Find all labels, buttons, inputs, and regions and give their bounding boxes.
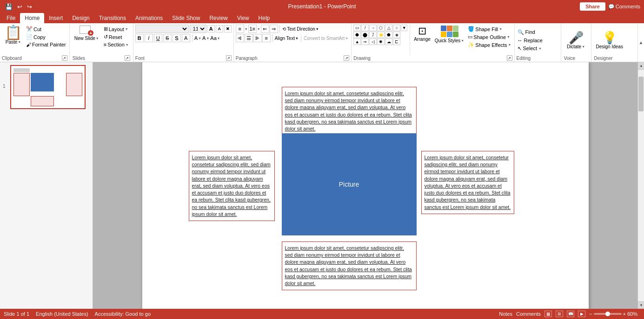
tab-review[interactable]: Review <box>205 13 232 23</box>
section-button[interactable]: ≡ Section ▼ <box>102 41 130 48</box>
font-expand-button[interactable]: ↗ <box>226 55 232 61</box>
shape-effects-button[interactable]: ✨ Shape Effects ▼ <box>467 41 512 48</box>
view-slide-sorter-button[interactable]: ⊞ <box>556 311 563 317</box>
format-painter-button[interactable]: 🖌 Format Painter <box>25 41 67 48</box>
shape-s1[interactable]: ⬢ <box>353 32 361 38</box>
view-normal-button[interactable]: ▦ <box>544 311 552 317</box>
tab-home[interactable]: Home <box>20 13 44 23</box>
tab-view[interactable]: View <box>232 13 254 23</box>
tab-help[interactable]: Help <box>254 13 275 23</box>
text-direction-button[interactable]: ⟲ Text Direction ▼ <box>281 26 320 32</box>
replace-button[interactable]: ↔ Replace <box>517 37 559 44</box>
paragraph-expand-button[interactable]: ↗ <box>344 55 349 61</box>
tab-design[interactable]: Design <box>67 13 94 23</box>
layout-button[interactable]: ⊞ Layout ▼ <box>102 26 130 33</box>
scroll-up-button[interactable]: ▲ <box>638 62 644 70</box>
numbered-list-button[interactable]: 1≡ <box>248 25 257 33</box>
underline-button[interactable]: U <box>154 34 162 42</box>
shape-s6[interactable]: ◈ <box>393 32 400 38</box>
design-ideas-button[interactable]: 💡 Design Ideas <box>594 30 625 51</box>
shape-t4[interactable]: ✱ <box>377 39 385 45</box>
strikethrough-button[interactable]: S <box>163 34 172 42</box>
tab-file[interactable]: File <box>2 13 20 23</box>
text-box-left[interactable]: Lorem ipsum dolor sit amet, consetetur s… <box>189 151 275 221</box>
redo-icon[interactable]: ↪ <box>26 2 33 11</box>
arrange-button[interactable]: ⊡ Arrange <box>412 25 432 43</box>
tab-animations[interactable]: Animations <box>131 13 167 23</box>
dictate-button[interactable]: 🎤 Dictate ▼ <box>565 30 587 51</box>
undo-icon[interactable]: ↩ <box>16 2 24 11</box>
paste-dropdown-arrow[interactable]: ▼ <box>18 40 21 44</box>
shape-line[interactable]: / <box>361 25 369 31</box>
zoom-out-button[interactable]: − <box>589 311 592 317</box>
zoom-slider[interactable] <box>594 313 622 315</box>
shape-s4[interactable]: ⭐ <box>377 32 385 38</box>
shape-more3[interactable]: ○ <box>393 25 400 31</box>
picture-box[interactable]: Picture <box>282 133 417 235</box>
increase-indent-button[interactable]: ⇒ <box>270 25 278 33</box>
tab-slideshow[interactable]: Slide Show <box>167 13 205 23</box>
shape-s3[interactable]: ⤴ <box>369 32 377 38</box>
shape-rect[interactable]: ▭ <box>353 25 361 31</box>
text-box-top[interactable]: Lorem ipsum dolor sit amet, consetetur s… <box>282 87 417 136</box>
slide-thumbnail[interactable] <box>10 65 86 109</box>
font-color-button[interactable]: A▼ <box>194 35 201 41</box>
new-slide-button[interactable]: + New Slide ▼ <box>73 25 101 42</box>
quick-styles-button[interactable]: Quick Styles ▼ <box>433 25 466 44</box>
align-center-button[interactable]: ☰ <box>245 34 253 42</box>
clear-format-button[interactable]: ✖ <box>224 25 232 33</box>
font-case-button[interactable]: Aa▼ <box>210 35 220 41</box>
view-reading-button[interactable]: 📖 <box>567 311 574 317</box>
highlight-color-button[interactable]: A▼ <box>202 35 209 41</box>
ribbon-scroll-right[interactable]: ▲ <box>637 23 644 62</box>
shape-more2[interactable]: △ <box>385 25 392 31</box>
copy-button[interactable]: 📄 Copy <box>25 33 67 40</box>
reset-button[interactable]: ↺ Reset <box>102 33 130 40</box>
select-button[interactable]: ↖ Select ▼ <box>517 45 559 52</box>
shape-t5[interactable]: ☁ <box>385 39 392 45</box>
shape-t3[interactable]: ◁ <box>369 39 377 45</box>
align-text-button[interactable]: Align Text ▼ <box>274 35 299 41</box>
convert-smartart-button[interactable]: Convert to SmartArt ▼ <box>303 35 349 41</box>
align-right-button[interactable]: ⫸ <box>253 34 262 42</box>
shape-t1[interactable]: ▲ <box>353 39 361 45</box>
zoom-level[interactable]: 60% <box>627 311 640 317</box>
paste-button[interactable]: 📋 Paste ▼ <box>2 25 25 46</box>
scroll-thumb-v[interactable] <box>638 77 644 111</box>
accessibility-status[interactable]: Accessibility: Good to go <box>95 311 151 317</box>
shape-outline-button[interactable]: ▭ Shape Outline ▼ <box>467 33 512 40</box>
text-box-right[interactable]: Lorem ipsum dolor sit amet, consetetur s… <box>421 151 514 214</box>
shape-t2[interactable]: ⇒ <box>361 39 369 45</box>
bullet-list-button[interactable]: ≡ <box>236 25 244 33</box>
slide-canvas[interactable]: Lorem ipsum dolor sit amet, consetetur s… <box>142 62 589 309</box>
language-status[interactable]: English (United States) <box>36 311 88 317</box>
text-box-bottom[interactable]: Lorem ipsum dolor sit amet, consetetur s… <box>282 241 417 290</box>
font-size-select[interactable]: 11 <box>190 25 206 33</box>
find-button[interactable]: 🔍 Find <box>517 29 559 36</box>
tab-transitions[interactable]: Transitions <box>94 13 131 23</box>
shape-more1[interactable]: ⬡ <box>377 25 385 31</box>
char-spacing-button[interactable]: A <box>182 34 190 42</box>
italic-button[interactable]: I <box>145 34 153 42</box>
zoom-in-button[interactable]: + <box>623 311 626 317</box>
notes-button[interactable]: Notes <box>499 311 512 317</box>
shape-scroll-right[interactable]: ▼ <box>401 25 407 31</box>
drawing-expand-button[interactable]: ↗ <box>507 55 512 61</box>
font-name-select[interactable] <box>135 25 189 33</box>
shape-t6[interactable]: ⊏ <box>393 39 400 45</box>
bold-button[interactable]: B <box>135 34 144 42</box>
clipboard-expand-button[interactable]: ↗ <box>62 55 67 61</box>
increase-font-button[interactable]: A <box>207 25 215 33</box>
cut-button[interactable]: ✂️ Cut <box>25 26 67 33</box>
decrease-indent-button[interactable]: ⇐ <box>261 25 269 33</box>
shape-s5[interactable]: ⬟ <box>385 32 392 38</box>
comments-button[interactable]: 💬 Comments <box>608 4 640 10</box>
scroll-down-button[interactable]: ▼ <box>638 301 644 309</box>
slides-expand-button[interactable]: ↗ <box>125 55 130 61</box>
tab-insert[interactable]: Insert <box>44 13 67 23</box>
shadow-button[interactable]: S <box>173 34 181 42</box>
justify-button[interactable]: ≡ <box>262 34 271 42</box>
shape-fill-button[interactable]: 🪣 Shape Fill ▼ <box>467 26 512 33</box>
shape-s2[interactable]: ⬤ <box>361 32 369 38</box>
comments-status-button[interactable]: Comments <box>516 311 541 317</box>
